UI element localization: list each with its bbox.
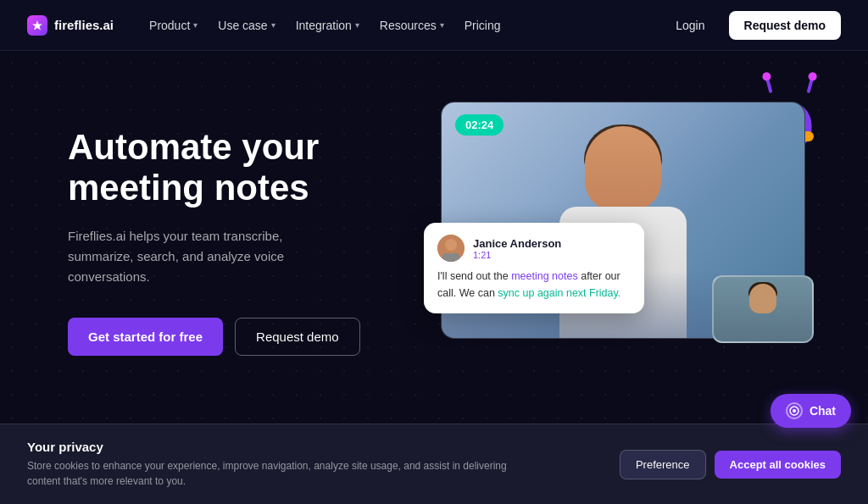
privacy-banner: Your privacy Store cookies to enhance yo… — [0, 424, 868, 504]
hero-section: Automate your meeting notes Fireflies.ai… — [0, 51, 868, 436]
hero-content: Automate your meeting notes Fireflies.ai… — [68, 102, 390, 356]
thumb-person — [714, 277, 812, 341]
video-thumbnail — [712, 275, 814, 343]
chat-bubble: Janice Anderson 1:21 I'll send out the m… — [424, 223, 644, 313]
nav-links: Product ▾ Use case ▾ Integration ▾ Resou… — [141, 14, 509, 37]
get-started-button[interactable]: Get started for free — [68, 318, 223, 356]
avatar — [437, 235, 465, 262]
chat-message: I'll send out the meeting notes after ou… — [437, 269, 631, 302]
chevron-down-icon: ▾ — [193, 20, 198, 30]
hero-media: 02:24 Janice Anderson 1:21 I'll send o — [441, 102, 805, 339]
nav-item-usecase[interactable]: Use case ▾ — [209, 14, 283, 37]
chat-widget-label: Chat — [810, 404, 836, 418]
chat-time: 1:21 — [473, 250, 561, 260]
privacy-text-area: Your privacy Store cookies to enhance yo… — [27, 440, 536, 489]
svg-point-4 — [793, 409, 796, 413]
privacy-description: Store cookies to enhance your experience… — [27, 458, 536, 489]
nav-item-resources[interactable]: Resources ▾ — [371, 14, 453, 37]
privacy-title: Your privacy — [27, 440, 536, 454]
request-demo-nav-button[interactable]: Request demo — [729, 11, 841, 40]
logo-icon — [27, 15, 47, 36]
antenna-right — [806, 76, 814, 93]
chevron-down-icon: ▾ — [355, 20, 359, 30]
hero-title: Automate your meeting notes — [68, 127, 390, 209]
nav-item-integration[interactable]: Integration ▾ — [287, 14, 368, 37]
meeting-notes-link[interactable]: meeting notes — [511, 270, 578, 282]
chat-widget-icon — [786, 402, 803, 419]
chat-user-info: Janice Anderson 1:21 — [473, 237, 561, 260]
chevron-down-icon: ▾ — [440, 20, 444, 30]
chat-widget-button[interactable]: Chat — [771, 394, 851, 428]
thumb-head — [749, 284, 776, 313]
svg-rect-2 — [442, 253, 459, 262]
login-button[interactable]: Login — [662, 12, 718, 39]
svg-point-1 — [445, 239, 457, 251]
privacy-buttons: Preference Accept all cookies — [620, 450, 841, 479]
hero-buttons: Get started for free Request demo — [68, 318, 390, 356]
timer-badge: 02:24 — [455, 114, 504, 136]
hero-subtitle: Fireflies.ai helps your team transcribe,… — [68, 226, 339, 287]
nav-left: fireflies.ai Product ▾ Use case ▾ Integr… — [27, 14, 509, 37]
chat-header: Janice Anderson 1:21 — [437, 235, 631, 262]
preference-button[interactable]: Preference — [620, 450, 706, 479]
antenna-left — [765, 76, 772, 93]
brand-name: fireflies.ai — [54, 18, 114, 32]
request-demo-hero-button[interactable]: Request demo — [235, 318, 360, 356]
nav-item-product[interactable]: Product ▾ — [141, 14, 206, 37]
navigation: fireflies.ai Product ▾ Use case ▾ Integr… — [0, 0, 868, 51]
nav-right: Login Request demo — [662, 11, 841, 40]
chevron-down-icon: ▾ — [271, 20, 275, 30]
nav-item-pricing[interactable]: Pricing — [456, 14, 509, 37]
accept-cookies-button[interactable]: Accept all cookies — [715, 451, 841, 479]
logo[interactable]: fireflies.ai — [27, 15, 114, 36]
sync-up-link[interactable]: sync up again next Friday. — [498, 287, 620, 299]
person-head — [585, 126, 661, 211]
chat-username: Janice Anderson — [473, 237, 561, 250]
